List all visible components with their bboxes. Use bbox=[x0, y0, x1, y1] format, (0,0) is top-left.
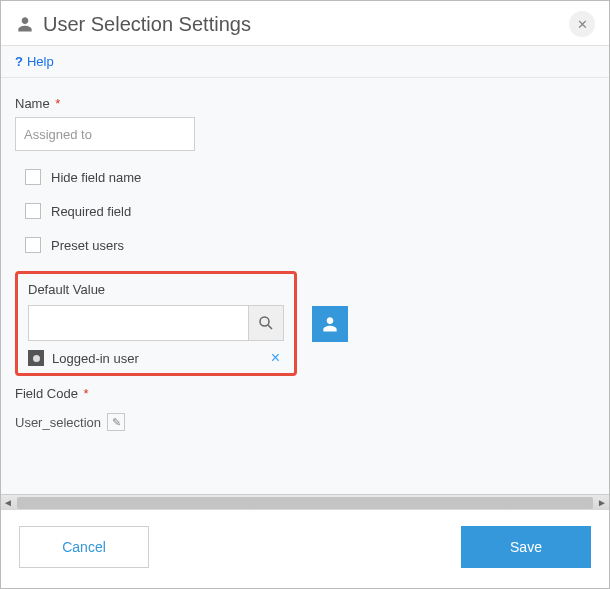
help-bar: ? Help bbox=[1, 46, 609, 78]
remove-icon: × bbox=[271, 349, 280, 366]
field-code-label: Field Code * bbox=[15, 386, 595, 401]
org-user-picker-button[interactable] bbox=[312, 306, 348, 342]
user-selection-settings-dialog: User Selection Settings ✕ ? Help Name * … bbox=[0, 0, 610, 589]
field-code-section: Field Code * User_selection ✎ bbox=[15, 386, 595, 431]
scrollbar-track bbox=[17, 497, 593, 509]
dialog-footer: Cancel Save bbox=[1, 510, 609, 588]
horizontal-scrollbar[interactable]: ◄ ► bbox=[1, 494, 609, 510]
default-value-input-row bbox=[28, 305, 284, 341]
name-label: Name * bbox=[15, 96, 595, 111]
default-value-section: Default Value Logged-in user × bbox=[15, 271, 297, 376]
help-label: Help bbox=[27, 54, 54, 69]
default-value-label: Default Value bbox=[28, 282, 284, 297]
hide-field-name-label: Hide field name bbox=[51, 170, 141, 185]
logged-in-user-label: Logged-in user bbox=[52, 351, 139, 366]
default-value-search-button[interactable] bbox=[248, 305, 284, 341]
hide-field-name-row: Hide field name bbox=[25, 169, 595, 185]
default-value-selected-row: Logged-in user × bbox=[28, 349, 284, 367]
remove-default-value-button[interactable]: × bbox=[267, 349, 284, 367]
options-list: Hide field name Required field Preset us… bbox=[25, 169, 595, 253]
required-field-checkbox[interactable] bbox=[25, 203, 41, 219]
dialog-titlebar: User Selection Settings ✕ bbox=[1, 1, 609, 46]
close-button[interactable]: ✕ bbox=[569, 11, 595, 37]
user-org-icon bbox=[320, 314, 340, 334]
name-input[interactable] bbox=[15, 117, 195, 151]
svg-line-1 bbox=[268, 325, 272, 329]
help-icon: ? bbox=[15, 54, 23, 69]
hide-field-name-checkbox[interactable] bbox=[25, 169, 41, 185]
field-code-value-row: User_selection ✎ bbox=[15, 413, 125, 431]
preset-users-label: Preset users bbox=[51, 238, 124, 253]
preset-users-checkbox[interactable] bbox=[25, 237, 41, 253]
required-field-row: Required field bbox=[25, 203, 595, 219]
default-value-input[interactable] bbox=[28, 305, 248, 341]
logged-in-user-radio[interactable] bbox=[28, 350, 44, 366]
field-code-value: User_selection bbox=[15, 415, 101, 430]
required-field-label: Required field bbox=[51, 204, 131, 219]
dialog-body: Name * Hide field name Required field Pr… bbox=[1, 78, 609, 494]
scroll-right-arrow-icon: ► bbox=[595, 496, 609, 510]
required-marker: * bbox=[55, 96, 60, 111]
required-marker: * bbox=[84, 386, 89, 401]
pencil-icon: ✎ bbox=[112, 416, 121, 429]
help-link[interactable]: ? Help bbox=[15, 54, 54, 69]
close-icon: ✕ bbox=[577, 17, 588, 32]
cancel-button[interactable]: Cancel bbox=[19, 526, 149, 568]
preset-users-row: Preset users bbox=[25, 237, 595, 253]
edit-field-code-button[interactable]: ✎ bbox=[107, 413, 125, 431]
search-icon bbox=[257, 314, 275, 332]
save-button[interactable]: Save bbox=[461, 526, 591, 568]
scroll-left-arrow-icon: ◄ bbox=[1, 496, 15, 510]
user-icon bbox=[15, 14, 35, 34]
svg-point-0 bbox=[260, 317, 269, 326]
dialog-title: User Selection Settings bbox=[43, 13, 569, 36]
